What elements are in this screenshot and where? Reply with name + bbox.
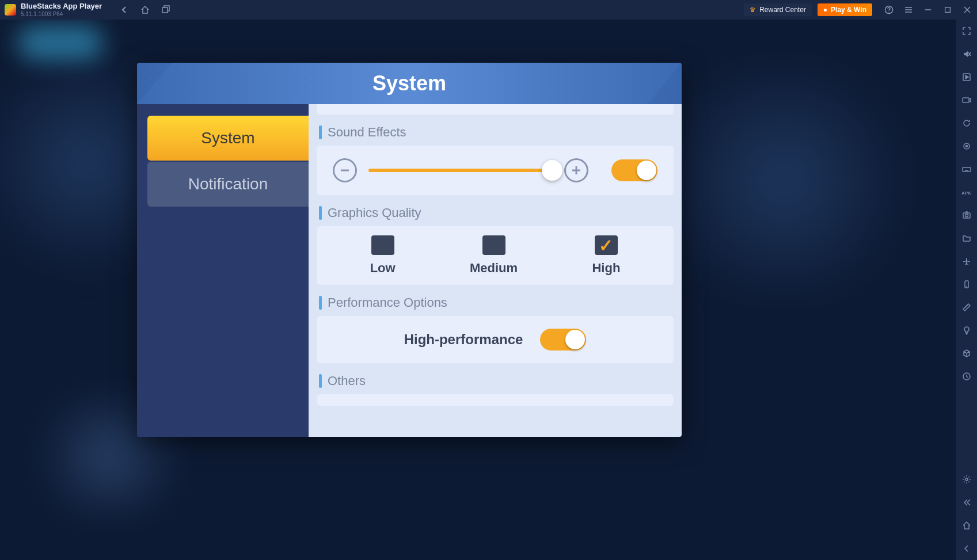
sound-effects-card xyxy=(317,146,674,195)
cube-icon[interactable] xyxy=(961,348,972,359)
settings-dialog: System System Notification Sound Effects xyxy=(137,63,682,437)
slider-thumb[interactable] xyxy=(542,160,562,181)
fullscreen-icon[interactable] xyxy=(961,25,972,37)
minimize-icon[interactable] xyxy=(923,5,933,15)
svg-rect-4 xyxy=(963,98,969,102)
graphics-option-high[interactable]: ✓ High xyxy=(592,235,620,276)
graphics-option-medium[interactable]: Medium xyxy=(470,235,518,276)
section-label-sound: Sound Effects xyxy=(319,125,674,140)
graphics-quality-card: Low Medium ✓ High xyxy=(317,226,674,285)
volume-slider[interactable] xyxy=(368,169,553,172)
svg-rect-2 xyxy=(945,7,951,13)
section-label-graphics: Graphics Quality xyxy=(319,205,674,220)
others-card xyxy=(317,394,674,406)
hamburger-icon[interactable] xyxy=(903,5,914,15)
bulb-icon[interactable] xyxy=(961,325,972,336)
section-card-partial xyxy=(317,104,674,115)
keyboard-icon[interactable] xyxy=(961,163,972,175)
reward-label: Reward Center xyxy=(759,6,806,14)
performance-option-label: High-performance xyxy=(404,332,523,348)
option-label: High xyxy=(592,261,620,276)
high-performance-toggle[interactable] xyxy=(540,329,586,351)
app-version: 5.11.1.1003 P64 xyxy=(21,11,102,17)
svg-rect-7 xyxy=(963,167,971,172)
checkbox-icon xyxy=(482,235,505,255)
volume-plus-button[interactable] xyxy=(564,158,588,182)
dialog-main: Sound Effects xyxy=(309,104,682,437)
folder-icon[interactable] xyxy=(961,233,972,244)
svg-point-10 xyxy=(965,214,968,217)
sidebar-tab-notification[interactable]: Notification xyxy=(147,162,309,207)
ruler-icon[interactable] xyxy=(961,302,972,313)
checkbox-checked-icon: ✓ xyxy=(595,235,618,255)
sound-effects-toggle[interactable] xyxy=(611,159,657,181)
volume-minus-button[interactable] xyxy=(333,158,357,182)
tab-label: System xyxy=(201,129,254,147)
option-label: Medium xyxy=(470,261,518,276)
content-area: System System Notification Sound Effects xyxy=(0,20,956,560)
help-icon[interactable] xyxy=(884,5,894,15)
camera-icon[interactable] xyxy=(961,94,972,106)
clock-icon[interactable] xyxy=(961,371,972,382)
device-icon[interactable] xyxy=(961,279,972,290)
reward-center-button[interactable]: ♛ Reward Center xyxy=(744,3,812,16)
apk-icon[interactable]: APK xyxy=(961,186,972,198)
airplane-icon[interactable] xyxy=(961,256,972,267)
option-label: Low xyxy=(370,261,396,276)
crown-icon: ♛ xyxy=(750,6,756,14)
tab-label: Notification xyxy=(188,175,268,193)
svg-point-13 xyxy=(965,478,968,481)
back-icon[interactable] xyxy=(119,5,130,15)
gear-icon[interactable] xyxy=(961,474,972,485)
play-right-icon[interactable] xyxy=(961,71,972,83)
target-icon[interactable] xyxy=(961,140,972,152)
graphics-option-low[interactable]: Low xyxy=(370,235,396,276)
play-win-button[interactable]: ● Play & Win xyxy=(818,3,872,16)
volume-icon[interactable] xyxy=(961,48,972,60)
side-toolbar: APK xyxy=(956,20,977,560)
svg-point-6 xyxy=(966,146,968,147)
background-tab-blur xyxy=(17,25,104,60)
section-label-others: Others xyxy=(319,374,674,388)
rotate-icon[interactable] xyxy=(961,117,972,129)
app-title: BlueStacks App Player xyxy=(21,2,102,10)
toggle-knob xyxy=(565,330,585,349)
nav-back-icon[interactable] xyxy=(961,543,972,554)
collapse-icon[interactable] xyxy=(961,497,972,508)
nav-home-icon[interactable] xyxy=(961,520,972,531)
section-label-performance: Performance Options xyxy=(319,295,674,310)
home-icon[interactable] xyxy=(140,5,150,15)
toggle-knob xyxy=(637,161,656,180)
maximize-icon[interactable] xyxy=(942,5,953,15)
dialog-title: System xyxy=(372,71,446,96)
dialog-sidebar: System Notification xyxy=(137,104,309,437)
dialog-header: System xyxy=(137,63,682,104)
svg-text:APK: APK xyxy=(961,191,971,196)
recent-icon[interactable] xyxy=(161,5,171,15)
checkbox-icon xyxy=(371,235,394,255)
sidebar-tab-system[interactable]: System xyxy=(147,116,309,161)
screenshot-icon[interactable] xyxy=(961,209,972,221)
title-bar: BlueStacks App Player 5.11.1.1003 P64 ♛ … xyxy=(0,0,977,20)
fire-icon: ● xyxy=(823,6,827,14)
close-icon[interactable] xyxy=(962,5,972,15)
performance-card: High-performance xyxy=(317,316,674,363)
svg-rect-0 xyxy=(162,7,168,13)
app-logo-icon xyxy=(5,4,16,16)
play-label: Play & Win xyxy=(831,6,866,14)
